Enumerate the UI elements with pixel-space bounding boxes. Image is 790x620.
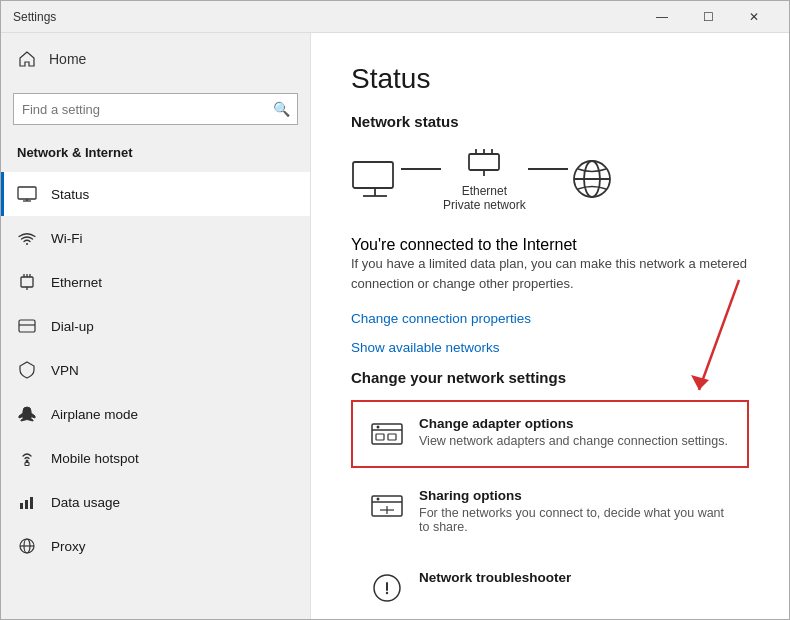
sidebar-label-hotspot: Mobile hotspot: [51, 451, 139, 466]
sidebar-label-proxy: Proxy: [51, 539, 86, 554]
troubleshooter-card[interactable]: Network troubleshooter: [351, 554, 749, 619]
sidebar-label-airplane: Airplane mode: [51, 407, 138, 422]
window-title: Settings: [13, 10, 639, 24]
computer-icon-container: [351, 160, 399, 198]
proxy-icon: [17, 536, 37, 556]
svg-rect-34: [376, 434, 384, 440]
sidebar-item-ethernet[interactable]: Ethernet: [1, 260, 310, 304]
connected-desc: If you have a limited data plan, you can…: [351, 254, 749, 293]
svg-rect-3: [21, 277, 33, 287]
wifi-icon: [17, 228, 37, 248]
sidebar-item-proxy[interactable]: Proxy: [1, 524, 310, 568]
adapter-icon: [369, 416, 405, 452]
sidebar-label-status: Status: [51, 187, 89, 202]
svg-rect-18: [353, 162, 393, 188]
search-container: 🔍: [13, 93, 298, 125]
sidebar: Home 🔍 Network & Internet Status: [1, 33, 311, 619]
minimize-button[interactable]: —: [639, 1, 685, 33]
sidebar-item-home[interactable]: Home: [1, 33, 310, 85]
sidebar-label-ethernet: Ethernet: [51, 275, 102, 290]
adapter-card-text: Change adapter options View network adap…: [419, 416, 728, 448]
change-section-title: Change your network settings: [351, 369, 749, 386]
sidebar-item-datausage[interactable]: Data usage: [1, 480, 310, 524]
adapter-options-card[interactable]: Change adapter options View network adap…: [351, 400, 749, 468]
troubleshooter-card-title: Network troubleshooter: [419, 570, 571, 585]
adapter-card-title: Change adapter options: [419, 416, 728, 431]
home-label: Home: [49, 51, 86, 67]
sidebar-item-dialup[interactable]: Dial-up: [1, 304, 310, 348]
ethernet-diagram-label: Ethernet: [462, 184, 507, 198]
svg-point-43: [386, 592, 388, 594]
close-button[interactable]: ✕: [731, 1, 777, 33]
window-controls: — ☐ ✕: [639, 1, 777, 33]
vpn-icon: [17, 360, 37, 380]
sidebar-item-vpn[interactable]: VPN: [1, 348, 310, 392]
main-panel: Status Network status: [311, 33, 789, 619]
airplane-icon: [17, 404, 37, 424]
hotspot-icon: [17, 448, 37, 468]
status-icon: [17, 184, 37, 204]
sidebar-item-wifi[interactable]: Wi-Fi: [1, 216, 310, 260]
network-status-title: Network status: [351, 113, 749, 130]
svg-rect-13: [25, 500, 28, 509]
search-icon: 🔍: [273, 101, 290, 117]
sharing-icon: [369, 488, 405, 524]
settings-window: Settings — ☐ ✕ Home 🔍 Network & Internet: [0, 0, 790, 620]
troubleshooter-icon: [369, 570, 405, 606]
svg-rect-0: [18, 187, 36, 199]
sidebar-label-dialup: Dial-up: [51, 319, 94, 334]
svg-point-38: [377, 498, 380, 501]
troubleshooter-card-text: Network troubleshooter: [419, 570, 571, 588]
network-line-1: [401, 168, 441, 170]
adapter-card-desc: View network adapters and change connect…: [419, 434, 728, 448]
datausage-icon: [17, 492, 37, 512]
svg-rect-11: [25, 463, 29, 466]
ethernet-diagram-sublabel: Private network: [443, 198, 526, 212]
svg-rect-35: [388, 434, 396, 440]
sidebar-section-title: Network & Internet: [1, 137, 310, 172]
page-title: Status: [351, 63, 749, 95]
main-content: Home 🔍 Network & Internet Status: [1, 33, 789, 619]
show-networks-link[interactable]: Show available networks: [351, 340, 749, 355]
home-icon: [17, 49, 37, 69]
change-connection-link[interactable]: Change connection properties: [351, 311, 749, 326]
globe-icon-container: [570, 157, 614, 201]
sidebar-item-airplane[interactable]: Airplane mode: [1, 392, 310, 436]
maximize-button[interactable]: ☐: [685, 1, 731, 33]
sharing-card-desc: For the networks you connect to, decide …: [419, 506, 731, 534]
sharing-card-title: Sharing options: [419, 488, 731, 503]
sidebar-label-wifi: Wi-Fi: [51, 231, 82, 246]
sidebar-item-status[interactable]: Status: [1, 172, 310, 216]
network-line-2: [528, 168, 568, 170]
network-diagram: Ethernet Private network: [351, 146, 749, 212]
ethernet-icon: [17, 272, 37, 292]
search-input[interactable]: [13, 93, 298, 125]
titlebar: Settings — ☐ ✕: [1, 1, 789, 33]
router-icon: [465, 146, 503, 180]
sidebar-label-vpn: VPN: [51, 363, 79, 378]
svg-point-33: [377, 426, 380, 429]
ethernet-icon-container: Ethernet Private network: [443, 146, 526, 212]
svg-rect-14: [30, 497, 33, 509]
dialup-icon: [17, 316, 37, 336]
connected-title: You're connected to the Internet: [351, 236, 749, 254]
svg-rect-21: [469, 154, 499, 170]
sharing-card-text: Sharing options For the networks you con…: [419, 488, 731, 534]
svg-rect-12: [20, 503, 23, 509]
globe-icon: [570, 157, 614, 201]
computer-icon: [351, 160, 399, 198]
svg-rect-8: [19, 320, 35, 332]
sharing-options-card[interactable]: Sharing options For the networks you con…: [351, 472, 749, 550]
sidebar-label-datausage: Data usage: [51, 495, 120, 510]
sidebar-item-hotspot[interactable]: Mobile hotspot: [1, 436, 310, 480]
